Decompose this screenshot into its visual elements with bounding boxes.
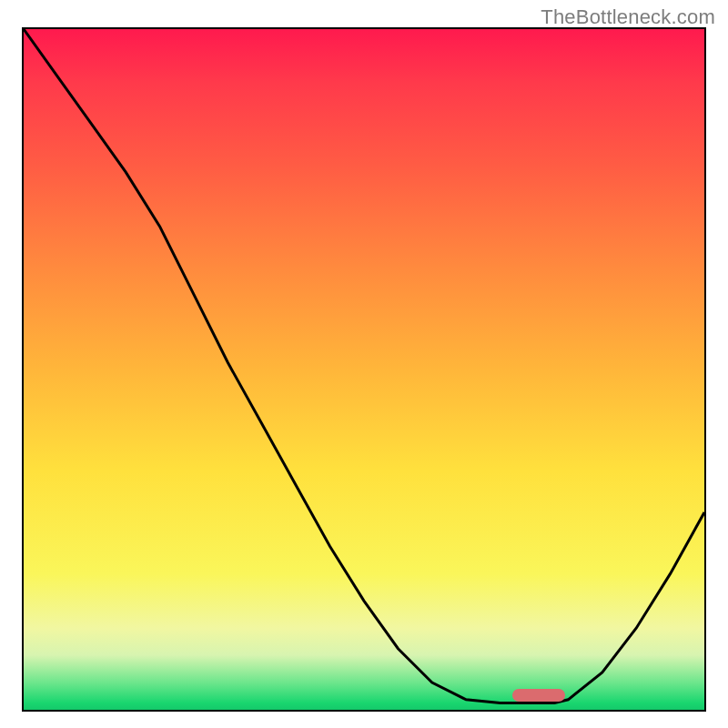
curve-svg [24,29,704,710]
watermark-text: TheBottleneck.com [541,5,715,29]
plot-frame [22,27,706,712]
valley-marker [512,689,565,702]
bottleneck-curve [24,29,704,703]
chart-container: TheBottleneck.com [0,0,728,728]
